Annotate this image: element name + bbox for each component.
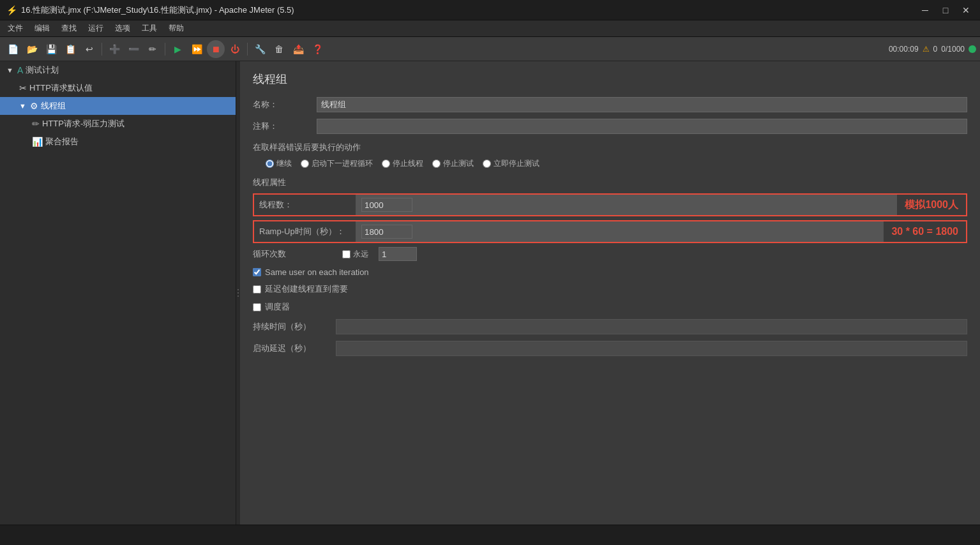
menu-bar: 文件 编辑 查找 运行 选项 工具 帮助 <box>0 20 980 37</box>
toolbar-remove[interactable]: ➖ <box>124 40 142 58</box>
thread-group-icon: ⚙ <box>30 101 38 111</box>
menu-tools[interactable]: 工具 <box>137 22 162 36</box>
scheduler-label: 调度器 <box>265 301 290 313</box>
toolbar-help[interactable]: ❓ <box>308 40 326 58</box>
minimize-button[interactable]: ─ <box>917 3 933 18</box>
tree-item-http-request[interactable]: ✏ HTTP请求-弱压力测试 <box>0 115 236 133</box>
toolbar-shutdown[interactable]: ⏻ <box>226 40 244 58</box>
loop-forever-label[interactable]: 永远 <box>342 249 368 260</box>
tree-item-thread-group[interactable]: ▼ ⚙ 线程组 <box>0 97 236 115</box>
ramp-up-label: Ramp-Up时间（秒）： <box>254 221 356 242</box>
same-user-label: Same user on each iteration <box>265 267 369 277</box>
radio-stop-test-now-label[interactable]: 立即停止测试 <box>483 158 539 169</box>
name-row: 名称： <box>253 97 967 112</box>
loop-forever-checkbox[interactable] <box>342 250 351 258</box>
resize-dot <box>237 292 239 294</box>
loop-forever-text: 永远 <box>353 249 368 260</box>
tree-item-label: 聚合报告 <box>45 136 79 147</box>
radio-continue[interactable] <box>266 160 274 168</box>
tree-item-test-plan[interactable]: ▼ A 测试计划 <box>0 61 236 79</box>
name-label: 名称： <box>253 99 317 110</box>
comment-input[interactable] <box>317 119 967 134</box>
toolbar-stop[interactable]: ⏹ <box>207 40 225 58</box>
toolbar-save[interactable]: 💾 <box>42 40 60 58</box>
duration-row: 持续时间（秒） <box>253 319 967 334</box>
menu-options[interactable]: 选项 <box>110 22 135 36</box>
status-dot <box>969 45 976 53</box>
delay-create-checkbox[interactable] <box>253 285 261 294</box>
thread-count-annotation: 模拟1000人 <box>897 198 966 212</box>
toolbar-start-no-pause[interactable]: ⏩ <box>188 40 206 58</box>
toolbar-start[interactable]: ▶ <box>169 40 186 58</box>
error-action-row: 继续 启动下一进程循环 停止线程 停止测试 立即停止测试 <box>253 158 967 169</box>
loop-count-row: 循环次数 永远 <box>253 247 967 261</box>
tree-item-label: HTTP请求默认值 <box>29 82 93 94</box>
radio-stop-thread-label[interactable]: 停止线程 <box>382 158 423 169</box>
menu-edit[interactable]: 编辑 <box>29 22 55 36</box>
status-time: 00:00:09 <box>889 45 919 54</box>
test-plan-icon: A <box>17 65 23 75</box>
same-user-checkbox[interactable] <box>253 268 261 276</box>
thread-props-title: 线程属性 <box>253 177 967 188</box>
toolbar-open[interactable]: 📂 <box>23 40 41 58</box>
error-action-title: 在取样器错误后要执行的动作 <box>253 142 967 153</box>
toolbar-remote-exit[interactable]: 📤 <box>289 40 307 58</box>
thread-count-label: 线程数： <box>254 195 356 215</box>
resize-dot <box>237 289 239 290</box>
toolbar-right: 00:00:09 ⚠ 0 0/1000 <box>889 45 976 54</box>
toolbar-remote-stop[interactable]: 🗑 <box>270 40 288 58</box>
radio-next-loop[interactable] <box>301 160 309 168</box>
status-bar <box>0 525 980 545</box>
aggregate-icon: 📊 <box>32 137 43 147</box>
toolbar-new[interactable]: 📄 <box>4 40 22 58</box>
menu-run[interactable]: 运行 <box>83 22 109 36</box>
radio-stop-test-now[interactable] <box>483 160 491 168</box>
tree-item-label: 线程组 <box>41 100 66 112</box>
ramp-up-input[interactable] <box>361 225 412 239</box>
title-bar-left: ⚡ 16.性能测试.jmx (F:\JMeter_Study\16.性能测试.j… <box>6 4 294 16</box>
toolbar-revert[interactable]: ↩ <box>80 40 98 58</box>
toolbar: 📄 📂 💾 📋 ↩ ➕ ➖ ✏ ▶ ⏩ ⏹ ⏻ 🔧 🗑 📤 ❓ 00:00:09… <box>0 37 980 61</box>
tree-item-aggregate-report[interactable]: 📊 聚合报告 <box>0 133 236 151</box>
http-request-icon: ✏ <box>32 119 40 129</box>
toolbar-clear[interactable]: ✏ <box>144 40 162 58</box>
delay-create-label: 延迟创建线程直到需要 <box>265 283 348 295</box>
tree-item-label: 测试计划 <box>26 64 59 76</box>
loop-label: 循环次数 <box>253 248 336 260</box>
menu-help[interactable]: 帮助 <box>163 22 189 36</box>
resize-dot <box>237 295 239 297</box>
toolbar-separator-2 <box>165 43 165 56</box>
radio-continue-label[interactable]: 继续 <box>266 158 292 169</box>
thread-count-input[interactable] <box>361 198 412 212</box>
menu-file[interactable]: 文件 <box>3 22 28 36</box>
radio-stop-thread[interactable] <box>382 160 390 168</box>
tree-item-label: HTTP请求-弱压力测试 <box>42 118 124 130</box>
scheduler-checkbox[interactable] <box>253 303 261 311</box>
comment-label: 注释： <box>253 121 317 132</box>
comment-row: 注释： <box>253 119 967 134</box>
close-button[interactable]: ✕ <box>958 3 974 18</box>
radio-next-loop-label[interactable]: 启动下一进程循环 <box>301 158 373 169</box>
window-title: 16.性能测试.jmx (F:\JMeter_Study\16.性能测试.jmx… <box>21 4 294 16</box>
warning-icon: ⚠ <box>923 45 930 54</box>
startup-delay-row: 启动延迟（秒） <box>253 341 967 356</box>
loop-value-input[interactable] <box>379 247 417 261</box>
toolbar-separator-3 <box>247 43 248 56</box>
maximize-button[interactable]: □ <box>938 3 953 18</box>
toolbar-add[interactable]: ➕ <box>105 40 123 58</box>
toolbar-save-as[interactable]: 📋 <box>61 40 79 58</box>
name-input[interactable] <box>317 97 967 112</box>
ramp-up-row: Ramp-Up时间（秒）： 30 * 60 = 1800 <box>253 220 967 243</box>
tree-item-http-default[interactable]: ✂ HTTP请求默认值 <box>0 79 236 97</box>
radio-stop-test[interactable] <box>432 160 441 168</box>
delay-create-row: 延迟创建线程直到需要 <box>253 283 967 295</box>
toolbar-remote-start[interactable]: 🔧 <box>251 40 269 58</box>
menu-find[interactable]: 查找 <box>56 22 82 36</box>
startup-delay-label: 启动延迟（秒） <box>253 343 336 354</box>
main-layout: ▼ A 测试计划 ✂ HTTP请求默认值 ▼ ⚙ 线程组 ✏ HTTP请求-弱压… <box>0 61 980 525</box>
radio-stop-test-label[interactable]: 停止测试 <box>432 158 474 169</box>
duration-input[interactable] <box>336 319 967 334</box>
startup-delay-input[interactable] <box>336 341 967 356</box>
toolbar-separator-1 <box>102 43 102 56</box>
thread-count: 0/1000 <box>941 45 965 54</box>
